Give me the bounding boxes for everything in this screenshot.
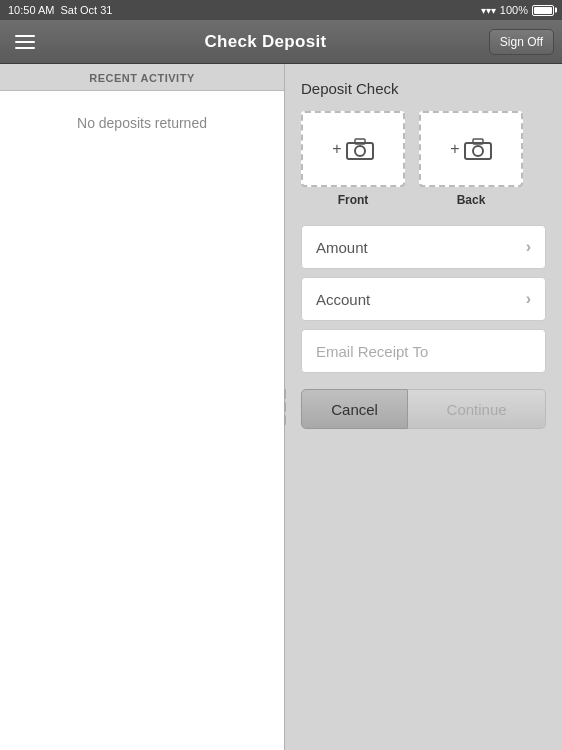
cancel-button[interactable]: Cancel (301, 389, 408, 429)
back-label: Back (457, 193, 486, 207)
left-panel: RECENT ACTIVITY No deposits returned (0, 64, 285, 750)
recent-activity-header: RECENT ACTIVITY (0, 64, 284, 91)
no-deposits-text: No deposits returned (77, 115, 207, 131)
divider-handle (282, 64, 288, 750)
wifi-icon: ▾▾▾ (481, 5, 496, 16)
svg-point-1 (355, 146, 365, 156)
status-right: ▾▾▾ 100% (481, 4, 554, 16)
page-title: Check Deposit (204, 32, 326, 52)
nav-bar: Check Deposit Sign Off (0, 20, 562, 64)
status-left: 10:50 AM Sat Oct 31 (8, 4, 112, 16)
front-image-button[interactable]: + (301, 111, 405, 187)
status-date: Sat Oct 31 (60, 4, 112, 16)
deposit-check-title: Deposit Check (301, 80, 546, 97)
back-check-slot: + Back (419, 111, 523, 207)
svg-rect-5 (473, 139, 483, 144)
right-panel: Deposit Check + Front + (285, 64, 562, 750)
front-check-slot: + Front (301, 111, 405, 207)
sign-off-button[interactable]: Sign Off (489, 29, 554, 55)
main-layout: RECENT ACTIVITY No deposits returned Dep… (0, 64, 562, 750)
front-label: Front (338, 193, 369, 207)
signal-strength: 100% (500, 4, 528, 16)
svg-rect-2 (355, 139, 365, 144)
continue-button[interactable]: Continue (408, 389, 546, 429)
check-images: + Front + (301, 111, 546, 207)
svg-point-4 (473, 146, 483, 156)
plus-icon-back: + (450, 140, 459, 158)
amount-label: Amount (316, 239, 368, 256)
amount-chevron-icon: › (526, 238, 531, 256)
no-deposits-area: No deposits returned (0, 91, 284, 750)
menu-button[interactable] (8, 25, 42, 59)
camera-icon-front (346, 138, 374, 160)
account-label: Account (316, 291, 370, 308)
status-bar: 10:50 AM Sat Oct 31 ▾▾▾ 100% (0, 0, 562, 20)
back-image-button[interactable]: + (419, 111, 523, 187)
camera-icon-back (464, 138, 492, 160)
amount-row[interactable]: Amount › (301, 225, 546, 269)
account-chevron-icon: › (526, 290, 531, 308)
account-row[interactable]: Account › (301, 277, 546, 321)
battery-icon (532, 5, 554, 16)
plus-icon-front: + (332, 140, 341, 158)
action-buttons: Cancel Continue (301, 389, 546, 429)
status-time: 10:50 AM (8, 4, 54, 16)
email-receipt-input[interactable] (301, 329, 546, 373)
